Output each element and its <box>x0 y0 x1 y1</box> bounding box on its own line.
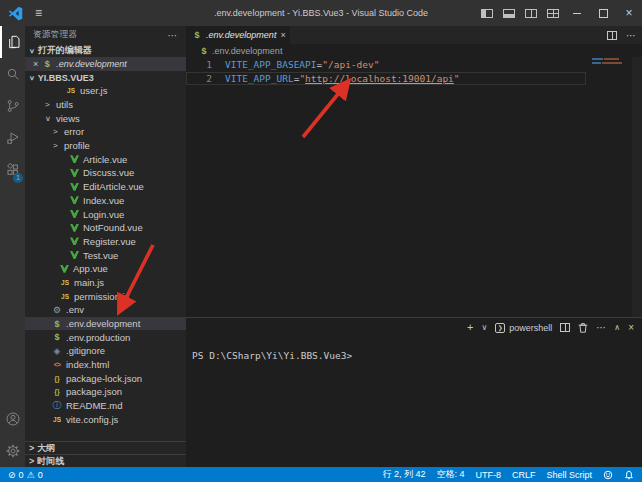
close-icon[interactable]: × <box>33 59 38 69</box>
tree-item[interactable]: EditArticle.vue <box>25 180 186 194</box>
tree-item[interactable]: user.js <box>25 84 186 98</box>
split-terminal-icon[interactable] <box>560 323 570 332</box>
tree-item-label: Article.vue <box>83 154 127 165</box>
panel-more-icon[interactable]: ⋯ <box>596 322 606 333</box>
explorer-icon[interactable] <box>0 26 25 58</box>
split-editor-icon[interactable] <box>607 31 617 40</box>
search-icon[interactable] <box>0 58 25 90</box>
vue-icon <box>70 224 79 232</box>
tree-item[interactable]: .env <box>25 303 186 317</box>
tree-item[interactable]: vite.config.js <box>25 413 186 427</box>
tree-item[interactable]: .env.production <box>25 330 186 344</box>
vscode-logo-icon <box>8 6 23 21</box>
outline-section[interactable]: > 大纲 <box>25 441 186 454</box>
chevron-right-icon: > <box>29 456 34 466</box>
open-editor-item[interactable]: × .env.development <box>25 57 186 71</box>
tree-item[interactable]: README.md <box>25 399 186 413</box>
maximize-button[interactable] <box>590 0 616 26</box>
tree-item[interactable]: Register.vue <box>25 235 186 249</box>
terminal[interactable]: PS D:\CSharp\Yi\Yi.BBS.Vue3> <box>186 342 642 467</box>
tree-item-label: user.js <box>80 85 107 96</box>
tree-item[interactable]: main.js <box>25 276 186 290</box>
code-line[interactable]: 1 VITE_APP_BASEAPI="/api-dev" <box>186 58 586 72</box>
sidebar-header: 资源管理器 ⋯ <box>25 26 186 44</box>
cursor-position[interactable]: 行 2, 列 42 <box>382 468 425 481</box>
account-icon[interactable] <box>0 403 25 435</box>
problems-status[interactable]: ⊘ 0 ⚠ 0 <box>8 470 43 480</box>
run-debug-icon[interactable] <box>0 122 25 154</box>
info-icon <box>52 401 62 411</box>
terminal-prompt: PS D:\CSharp\Yi\Yi.BBS.Vue3> <box>192 350 352 361</box>
indentation[interactable]: 空格: 4 <box>436 468 464 481</box>
tree-item[interactable]: App.vue <box>25 262 186 276</box>
language-mode[interactable]: Shell Script <box>546 470 592 480</box>
url-link[interactable]: http://localhost:19001/api <box>305 73 454 84</box>
tree-item[interactable]: package-lock.json <box>25 371 186 385</box>
tree-item[interactable]: Article.vue <box>25 152 186 166</box>
tree-item[interactable]: Test.vue <box>25 248 186 262</box>
editor-more-icon[interactable]: ⋯ <box>626 30 636 41</box>
activity-bar: 1 <box>0 26 25 467</box>
tree-item[interactable]: ∨ views <box>25 111 186 125</box>
source-control-icon[interactable] <box>0 90 25 122</box>
explorer-sidebar: 资源管理器 ⋯ ∨ 打开的编辑器 × .env.development ∨ YI… <box>25 26 186 467</box>
extensions-icon[interactable]: 1 <box>0 154 25 186</box>
settings-gear-icon[interactable] <box>0 435 25 467</box>
tab-env-development[interactable]: .env.development × <box>186 26 290 44</box>
maximize-panel-icon[interactable]: ∧ <box>614 324 620 332</box>
open-editors-section[interactable]: ∨ 打开的编辑器 <box>25 44 186 57</box>
toggle-sidebar-icon[interactable] <box>481 9 493 18</box>
shell-icon <box>192 30 202 40</box>
breadcrumb[interactable]: .env.development <box>186 44 642 57</box>
chevron-down-icon[interactable]: ∨ <box>481 324 487 332</box>
close-tab-icon[interactable]: × <box>280 30 285 40</box>
feedback-icon[interactable] <box>603 470 613 480</box>
code-line[interactable]: 2 VITE_APP_URL="http://localhost:19001/a… <box>186 72 586 86</box>
gear-icon <box>52 305 62 315</box>
sidebar-title: 资源管理器 <box>33 29 78 41</box>
code-editor[interactable]: 1 VITE_APP_BASEAPI="/api-dev" 2 VITE_APP… <box>186 57 642 317</box>
tree-item[interactable]: permission.js <box>25 289 186 303</box>
close-button[interactable]: × <box>616 0 642 26</box>
tree-item[interactable]: index.html <box>25 358 186 372</box>
shell-icon <box>52 319 62 329</box>
tab-bar: .env.development × ⋯ <box>186 26 642 44</box>
minimap[interactable] <box>590 57 632 97</box>
customize-layout-icon[interactable] <box>547 9 559 18</box>
tree-item[interactable]: > profile <box>25 139 186 153</box>
sidebar-more-icon[interactable]: ⋯ <box>168 30 178 41</box>
tree-item[interactable]: package.json <box>25 385 186 399</box>
chevron-down-icon: ∨ <box>29 74 35 81</box>
html-icon <box>52 360 62 370</box>
tree-item-label: package-lock.json <box>66 373 142 384</box>
eol-sequence[interactable]: CRLF <box>512 470 536 480</box>
toggle-panel-icon[interactable] <box>503 9 515 18</box>
encoding[interactable]: UTF-8 <box>475 470 501 480</box>
twisty-icon: > <box>53 142 60 150</box>
editor-scrollbar[interactable] <box>632 57 642 317</box>
tree-item-label: utils <box>56 99 73 110</box>
tree-item[interactable]: > utils <box>25 98 186 112</box>
menu-icon[interactable]: ≡ <box>35 7 42 19</box>
close-panel-icon[interactable]: × <box>628 322 634 333</box>
terminal-profile[interactable]: ❯ powershell <box>495 323 552 333</box>
minimize-button[interactable] <box>564 0 590 26</box>
tree-item-label: Login.vue <box>83 209 124 220</box>
timeline-label: 时间线 <box>37 455 64 468</box>
timeline-section[interactable]: > 时间线 <box>25 454 186 467</box>
tree-item[interactable]: .env.development <box>25 317 186 331</box>
toggle-secondary-sidebar-icon[interactable] <box>525 9 537 18</box>
new-terminal-icon[interactable]: + <box>467 322 473 333</box>
notifications-bell-icon[interactable] <box>624 470 634 480</box>
tree-item-label: Discuss.vue <box>83 167 134 178</box>
tree-item[interactable]: Login.vue <box>25 207 186 221</box>
project-section[interactable]: ∨ YI.BBS.VUE3 <box>25 71 186 84</box>
kill-terminal-icon[interactable] <box>578 322 588 333</box>
tree-item[interactable]: Discuss.vue <box>25 166 186 180</box>
shell-name: powershell <box>509 323 552 333</box>
tree-item[interactable]: NotFound.vue <box>25 221 186 235</box>
open-editor-filename: .env.development <box>56 59 126 69</box>
tree-item[interactable]: > error <box>25 125 186 139</box>
tree-item[interactable]: Index.vue <box>25 194 186 208</box>
tree-item[interactable]: .gitignore <box>25 344 186 358</box>
